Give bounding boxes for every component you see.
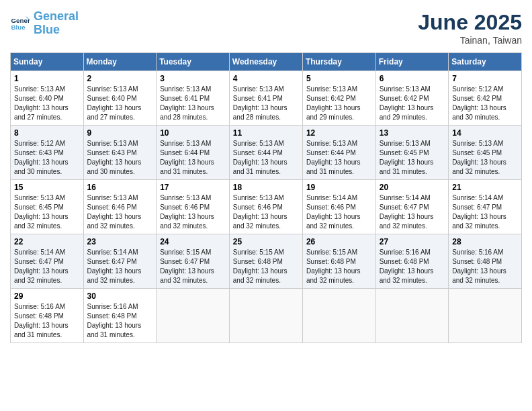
- day-info: Sunrise: 5:13 AMSunset: 6:42 PMDaylight:…: [306, 85, 372, 122]
- day-info: Sunrise: 5:16 AMSunset: 6:48 PMDaylight:…: [380, 248, 445, 285]
- column-header-wednesday: Wednesday: [229, 53, 302, 71]
- svg-text:Blue: Blue: [11, 24, 26, 31]
- logo-icon: General Blue: [10, 13, 30, 34]
- day-info: Sunrise: 5:13 AMSunset: 6:46 PMDaylight:…: [160, 193, 226, 231]
- day-number: 24: [160, 237, 226, 246]
- day-info: Sunrise: 5:13 AMSunset: 6:46 PMDaylight:…: [233, 193, 299, 231]
- calendar-day-cell: 13 Sunrise: 5:13 AMSunset: 6:45 PMDaylig…: [375, 126, 448, 180]
- title-area: June 2025 Tainan, Taiwan: [418, 10, 522, 46]
- calendar-week-row: 1 Sunrise: 5:13 AMSunset: 6:40 PMDayligh…: [11, 71, 522, 126]
- day-info: Sunrise: 5:13 AMSunset: 6:42 PMDaylight:…: [380, 85, 445, 122]
- column-header-monday: Monday: [83, 53, 157, 71]
- day-number: 15: [14, 183, 80, 192]
- day-info: Sunrise: 5:12 AMSunset: 6:43 PMDaylight:…: [14, 139, 80, 177]
- day-number: 28: [452, 237, 518, 246]
- day-info: Sunrise: 5:14 AMSunset: 6:47 PMDaylight:…: [87, 248, 153, 285]
- day-info: Sunrise: 5:16 AMSunset: 6:48 PMDaylight:…: [14, 302, 80, 340]
- calendar-day-cell: 17 Sunrise: 5:13 AMSunset: 6:46 PMDaylig…: [157, 180, 230, 234]
- day-info: Sunrise: 5:13 AMSunset: 6:40 PMDaylight:…: [14, 85, 80, 122]
- calendar-table: SundayMondayTuesdayWednesdayThursdayFrid…: [10, 52, 522, 343]
- calendar-day-cell: [157, 289, 230, 343]
- day-info: Sunrise: 5:13 AMSunset: 6:43 PMDaylight:…: [87, 139, 153, 177]
- column-header-saturday: Saturday: [449, 53, 522, 71]
- day-info: Sunrise: 5:13 AMSunset: 6:44 PMDaylight:…: [233, 139, 299, 177]
- day-info: Sunrise: 5:15 AMSunset: 6:47 PMDaylight:…: [160, 248, 226, 285]
- calendar-day-cell: 8 Sunrise: 5:12 AMSunset: 6:43 PMDayligh…: [11, 126, 84, 180]
- day-info: Sunrise: 5:13 AMSunset: 6:40 PMDaylight:…: [87, 85, 153, 122]
- calendar-day-cell: 16 Sunrise: 5:13 AMSunset: 6:46 PMDaylig…: [83, 180, 157, 234]
- day-number: 25: [233, 237, 299, 246]
- calendar-week-row: 15 Sunrise: 5:13 AMSunset: 6:45 PMDaylig…: [11, 180, 522, 234]
- day-number: 19: [306, 183, 372, 192]
- calendar-day-cell: 9 Sunrise: 5:13 AMSunset: 6:43 PMDayligh…: [83, 126, 157, 180]
- day-number: 7: [452, 74, 518, 83]
- day-number: 26: [306, 237, 372, 246]
- day-info: Sunrise: 5:13 AMSunset: 6:45 PMDaylight:…: [14, 193, 80, 231]
- day-number: 3: [160, 74, 226, 83]
- page-header: General Blue GeneralBlue June 2025 Taina…: [10, 10, 522, 46]
- calendar-day-cell: [449, 289, 522, 343]
- day-info: Sunrise: 5:14 AMSunset: 6:47 PMDaylight:…: [14, 248, 80, 285]
- day-info: Sunrise: 5:13 AMSunset: 6:45 PMDaylight:…: [380, 139, 445, 177]
- calendar-week-row: 29 Sunrise: 5:16 AMSunset: 6:48 PMDaylig…: [11, 289, 522, 343]
- calendar-day-cell: 12 Sunrise: 5:13 AMSunset: 6:44 PMDaylig…: [302, 126, 375, 180]
- calendar-day-cell: 27 Sunrise: 5:16 AMSunset: 6:48 PMDaylig…: [375, 234, 448, 289]
- calendar-day-cell: 24 Sunrise: 5:15 AMSunset: 6:47 PMDaylig…: [157, 234, 230, 289]
- column-header-sunday: Sunday: [11, 53, 84, 71]
- calendar-week-row: 8 Sunrise: 5:12 AMSunset: 6:43 PMDayligh…: [11, 126, 522, 180]
- day-number: 30: [87, 291, 153, 301]
- day-number: 27: [380, 237, 445, 246]
- column-header-tuesday: Tuesday: [157, 53, 230, 71]
- calendar-header-row: SundayMondayTuesdayWednesdayThursdayFrid…: [11, 53, 522, 71]
- location-subtitle: Tainan, Taiwan: [418, 35, 522, 46]
- day-number: 1: [14, 74, 80, 83]
- day-number: 22: [14, 237, 80, 246]
- day-number: 16: [87, 183, 153, 192]
- day-number: 6: [380, 74, 445, 83]
- day-number: 11: [233, 128, 299, 138]
- day-info: Sunrise: 5:13 AMSunset: 6:46 PMDaylight:…: [87, 193, 153, 231]
- calendar-day-cell: 30 Sunrise: 5:16 AMSunset: 6:48 PMDaylig…: [83, 289, 157, 343]
- day-number: 5: [306, 74, 372, 83]
- day-number: 18: [233, 183, 299, 192]
- calendar-week-row: 22 Sunrise: 5:14 AMSunset: 6:47 PMDaylig…: [11, 234, 522, 289]
- calendar-day-cell: 1 Sunrise: 5:13 AMSunset: 6:40 PMDayligh…: [11, 71, 84, 126]
- calendar-day-cell: 10 Sunrise: 5:13 AMSunset: 6:44 PMDaylig…: [157, 126, 230, 180]
- day-number: 14: [452, 128, 518, 138]
- day-number: 12: [306, 128, 372, 138]
- day-number: 21: [452, 183, 518, 192]
- calendar-day-cell: 29 Sunrise: 5:16 AMSunset: 6:48 PMDaylig…: [11, 289, 84, 343]
- day-number: 4: [233, 74, 299, 83]
- day-number: 23: [87, 237, 153, 246]
- calendar-day-cell: 18 Sunrise: 5:13 AMSunset: 6:46 PMDaylig…: [229, 180, 302, 234]
- calendar-day-cell: 21 Sunrise: 5:14 AMSunset: 6:47 PMDaylig…: [449, 180, 522, 234]
- day-number: 9: [87, 128, 153, 138]
- calendar-day-cell: 4 Sunrise: 5:13 AMSunset: 6:41 PMDayligh…: [229, 71, 302, 126]
- day-number: 13: [380, 128, 445, 138]
- day-info: Sunrise: 5:13 AMSunset: 6:41 PMDaylight:…: [160, 85, 226, 122]
- day-number: 17: [160, 183, 226, 192]
- day-info: Sunrise: 5:15 AMSunset: 6:48 PMDaylight:…: [233, 248, 299, 285]
- calendar-day-cell: 26 Sunrise: 5:15 AMSunset: 6:48 PMDaylig…: [302, 234, 375, 289]
- calendar-day-cell: 7 Sunrise: 5:12 AMSunset: 6:42 PMDayligh…: [449, 71, 522, 126]
- day-number: 20: [380, 183, 445, 192]
- day-info: Sunrise: 5:13 AMSunset: 6:45 PMDaylight:…: [452, 139, 518, 177]
- day-number: 2: [87, 74, 153, 83]
- calendar-day-cell: 11 Sunrise: 5:13 AMSunset: 6:44 PMDaylig…: [229, 126, 302, 180]
- calendar-day-cell: [375, 289, 448, 343]
- day-info: Sunrise: 5:16 AMSunset: 6:48 PMDaylight:…: [87, 302, 153, 340]
- day-info: Sunrise: 5:13 AMSunset: 6:44 PMDaylight:…: [306, 139, 372, 177]
- calendar-day-cell: 23 Sunrise: 5:14 AMSunset: 6:47 PMDaylig…: [83, 234, 157, 289]
- day-number: 8: [14, 128, 80, 138]
- calendar-day-cell: 25 Sunrise: 5:15 AMSunset: 6:48 PMDaylig…: [229, 234, 302, 289]
- day-info: Sunrise: 5:16 AMSunset: 6:48 PMDaylight:…: [452, 248, 518, 285]
- column-header-friday: Friday: [375, 53, 448, 71]
- day-info: Sunrise: 5:12 AMSunset: 6:42 PMDaylight:…: [452, 85, 518, 122]
- calendar-day-cell: 15 Sunrise: 5:13 AMSunset: 6:45 PMDaylig…: [11, 180, 84, 234]
- calendar-day-cell: 6 Sunrise: 5:13 AMSunset: 6:42 PMDayligh…: [375, 71, 448, 126]
- day-info: Sunrise: 5:14 AMSunset: 6:46 PMDaylight:…: [306, 193, 372, 231]
- day-number: 10: [160, 128, 226, 138]
- day-info: Sunrise: 5:13 AMSunset: 6:41 PMDaylight:…: [233, 85, 299, 122]
- calendar-day-cell: 2 Sunrise: 5:13 AMSunset: 6:40 PMDayligh…: [83, 71, 157, 126]
- calendar-day-cell: 22 Sunrise: 5:14 AMSunset: 6:47 PMDaylig…: [11, 234, 84, 289]
